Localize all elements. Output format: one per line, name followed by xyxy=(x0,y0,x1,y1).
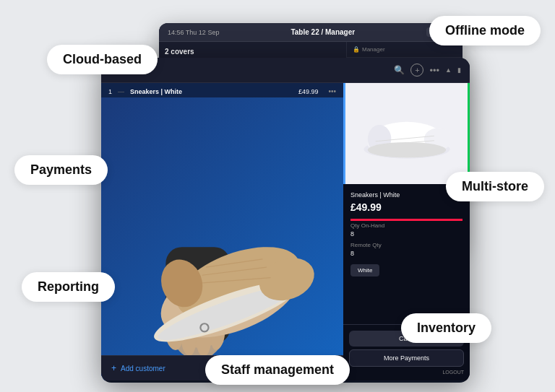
search-icon[interactable]: 🔍 xyxy=(394,65,405,75)
header-icons: 🔍 + ••• ▲ ▮ xyxy=(394,64,461,77)
add-icon[interactable]: + xyxy=(410,64,423,77)
product-detail-price: £49.99 xyxy=(350,201,462,213)
plus-icon: + xyxy=(111,363,116,373)
more-payments-button[interactable]: More Payments xyxy=(349,349,464,367)
variant-button[interactable]: White xyxy=(350,264,379,276)
shoe-display xyxy=(101,97,343,380)
payments-label: Payments xyxy=(14,155,108,185)
product-area: 1 — Sneakers | White £49.99 ••• xyxy=(101,83,343,380)
product-image-area xyxy=(343,83,470,184)
multi-store-label: Multi-store xyxy=(446,172,544,201)
wifi-icon: ▲ xyxy=(445,66,452,74)
product-info: Sneakers | White £49.99 Qty On-Hand 8 Re… xyxy=(343,184,470,324)
accent-bar xyxy=(343,83,345,184)
svg-point-22 xyxy=(367,142,445,158)
qty-on-hand-label: Qty On-Hand xyxy=(350,222,462,229)
logout-label[interactable]: LOGOUT xyxy=(442,370,464,375)
battery-icon: ▮ xyxy=(457,66,461,74)
shoe-illustration xyxy=(101,97,343,380)
sneaker-image xyxy=(360,105,454,162)
more-icon[interactable]: ••• xyxy=(429,65,439,76)
qty-label: 1 xyxy=(108,88,112,95)
restaurant-time: 14:56 Thu 12 Sep xyxy=(168,29,219,36)
restaurant-table: Table 22 / Manager xyxy=(291,28,355,36)
product-name-toolbar: Sneakers | White xyxy=(130,88,182,95)
product-price-toolbar: £49.99 xyxy=(298,88,319,95)
inventory-label: Inventory xyxy=(401,313,491,343)
remote-qty-value: 8 xyxy=(350,250,354,257)
product-detail-name: Sneakers | White xyxy=(350,191,462,199)
green-accent xyxy=(468,83,470,184)
manager-label: Manager xyxy=(362,46,385,53)
separator: — xyxy=(118,88,124,95)
covers-info: 2 covers xyxy=(165,48,340,56)
add-customer-text[interactable]: Add customer xyxy=(121,365,165,373)
reporting-label: Reporting xyxy=(22,272,115,302)
restaurant-header: 14:56 Thu 12 Sep Table 22 / Manager Shar… xyxy=(159,23,462,42)
red-accent xyxy=(350,219,462,221)
remote-qty-label: Remote Qty xyxy=(350,242,462,248)
lock-icon: 🔒 xyxy=(353,46,360,53)
qty-on-hand-value: 8 xyxy=(350,230,354,238)
staff-management-label: Staff management xyxy=(205,355,350,385)
cloud-based-label: Cloud-based xyxy=(47,45,158,74)
offline-mode-label: Offline mode xyxy=(429,16,541,45)
more-icon-toolbar[interactable]: ••• xyxy=(328,87,336,95)
